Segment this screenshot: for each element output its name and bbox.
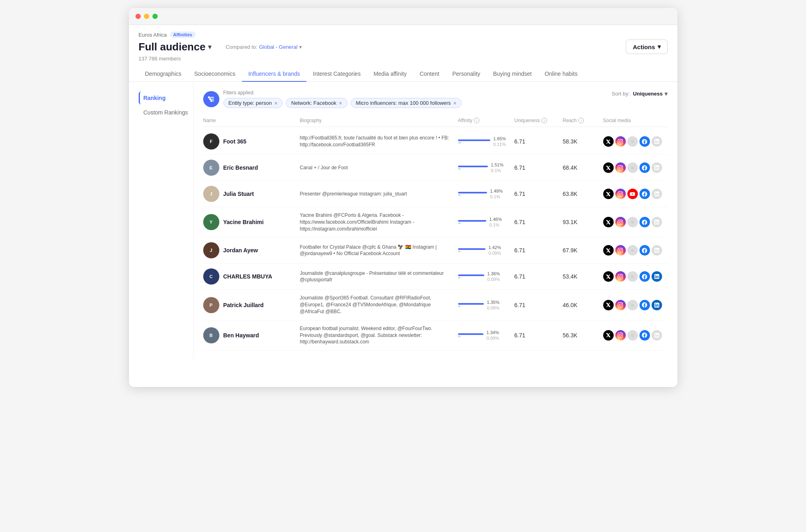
twitter-icon[interactable] [603, 162, 614, 173]
tab-socioeconomics[interactable]: Socioeconomics [188, 66, 242, 82]
other-icon[interactable]: ○ [627, 330, 638, 341]
affinity-values: 1.35%0.09% [487, 300, 500, 310]
sidebar-item-ranking[interactable]: Ranking [139, 91, 193, 104]
twitter-icon[interactable] [603, 271, 614, 282]
tab-online-habits[interactable]: Online habits [538, 66, 584, 82]
tab-personality[interactable]: Personality [446, 66, 487, 82]
instagram-icon[interactable] [615, 189, 626, 199]
facebook-icon[interactable] [639, 330, 650, 341]
fullscreen-button[interactable] [152, 14, 158, 19]
other-icon[interactable]: ○ [627, 300, 638, 310]
tab-content[interactable]: Content [413, 66, 446, 82]
cell-reach: 53.4K [563, 273, 603, 280]
avatar: F [203, 133, 219, 150]
other-icon[interactable]: ○ [627, 162, 638, 173]
facebook-icon[interactable] [639, 136, 650, 147]
other-icon[interactable]: ○ [627, 245, 638, 256]
cell-reach: 46.0K [563, 302, 603, 308]
person-name[interactable]: CHARLES MBUYA [223, 273, 273, 280]
affinity-secondary-value: 0.09% [487, 336, 499, 341]
affinity-bar-secondary [458, 277, 460, 278]
affinity-secondary-value: 0.1% [491, 168, 504, 173]
col-header-name: Name [203, 118, 300, 123]
twitter-icon[interactable] [603, 189, 614, 199]
affinity-bar-primary [458, 303, 484, 305]
sort-value[interactable]: Uniqueness [633, 91, 663, 97]
instagram-icon[interactable] [615, 330, 626, 341]
compared-chevron-icon[interactable]: ▾ [299, 44, 302, 50]
linkedin-icon[interactable] [652, 217, 662, 227]
tab-demographics[interactable]: Demographics [139, 66, 188, 82]
titlebar [129, 8, 677, 25]
affinity-secondary-value: 0.1% [490, 194, 503, 199]
person-name[interactable]: Eric Besnard [223, 164, 258, 171]
person-name[interactable]: Jordan Ayew [223, 247, 258, 254]
col-header-affinity: Affinity i [458, 118, 514, 123]
filters-label: Filters applied: [223, 90, 462, 96]
actions-button[interactable]: Actions ▾ [626, 39, 667, 54]
twitter-icon[interactable] [603, 136, 614, 147]
person-name[interactable]: Patrick Juillard [223, 302, 264, 308]
person-name[interactable]: Foot 365 [223, 138, 247, 145]
sort-chevron-icon[interactable]: ▾ [664, 90, 668, 98]
cell-affinity: 1.51%0.1% [458, 162, 514, 173]
linkedin-active-icon[interactable] [652, 271, 662, 282]
instagram-icon[interactable] [615, 271, 626, 282]
affinity-bar-secondary [458, 194, 461, 196]
person-name[interactable]: Julia Stuart [223, 191, 254, 197]
filter-icon-button[interactable] [203, 91, 219, 107]
affinity-values: 1.51%0.1% [491, 162, 504, 173]
facebook-icon[interactable] [639, 271, 650, 282]
tab-interest-categories[interactable]: Interest Categories [306, 66, 367, 82]
tab-buying-mindset[interactable]: Buying mindset [487, 66, 538, 82]
youtube-icon[interactable] [627, 189, 638, 199]
influencers-table: Name Biography Affinity i Uniqueness i R… [203, 114, 668, 351]
other-icon[interactable]: ○ [627, 217, 638, 227]
other-icon[interactable]: ○ [627, 271, 638, 282]
linkedin-icon[interactable] [652, 245, 662, 256]
linkedin-icon[interactable] [652, 189, 662, 199]
tab-media-affinity[interactable]: Media affinity [367, 66, 413, 82]
minimize-button[interactable] [144, 14, 149, 19]
filter-tag-network: Network: Facebook × [286, 98, 347, 108]
table-body: FFoot 365http://Football365.fr, toute l'… [203, 129, 668, 351]
person-name[interactable]: Ben Hayward [223, 332, 259, 339]
avatar: B [203, 327, 219, 343]
person-name[interactable]: Yacine Brahimi [223, 219, 264, 225]
tab-influencers-brands[interactable]: Influencers & brands [242, 66, 306, 82]
remove-filter-network[interactable]: × [339, 100, 342, 106]
sliders-icon [208, 96, 215, 103]
instagram-icon[interactable] [615, 162, 626, 173]
linkedin-icon[interactable] [652, 136, 662, 147]
twitter-icon[interactable] [603, 245, 614, 256]
compared-to-value[interactable]: Global - General [259, 44, 297, 50]
remove-filter-micro-influencers[interactable]: × [453, 100, 456, 106]
affinity-primary-value: 1.36% [487, 271, 500, 276]
close-button[interactable] [135, 14, 141, 19]
twitter-icon[interactable] [603, 300, 614, 310]
remove-filter-entity-type[interactable]: × [274, 100, 277, 106]
instagram-icon[interactable] [615, 217, 626, 227]
twitter-icon[interactable] [603, 217, 614, 227]
facebook-icon[interactable] [639, 300, 650, 310]
cell-reach: 93.1K [563, 219, 603, 225]
sidebar-item-custom-rankings[interactable]: Custom Rankings [139, 106, 193, 119]
affinity-info-icon[interactable]: i [474, 118, 479, 123]
facebook-icon[interactable] [639, 162, 650, 173]
title-chevron-icon[interactable]: ▾ [208, 43, 211, 51]
facebook-icon[interactable] [639, 245, 650, 256]
reach-info-icon[interactable]: i [578, 118, 584, 123]
facebook-icon[interactable] [639, 189, 650, 199]
linkedin-icon[interactable] [652, 330, 662, 341]
linkedin-active-icon[interactable] [652, 300, 662, 310]
cell-uniqueness: 6.71 [514, 191, 563, 197]
twitter-icon[interactable] [603, 330, 614, 341]
instagram-icon[interactable] [615, 136, 626, 147]
instagram-icon[interactable] [615, 300, 626, 310]
instagram-icon[interactable] [615, 245, 626, 256]
sidebar: Ranking Custom Rankings [129, 82, 194, 359]
uniqueness-info-icon[interactable]: i [541, 118, 547, 123]
other-icon[interactable]: ○ [627, 136, 638, 147]
facebook-icon[interactable] [639, 217, 650, 227]
linkedin-icon[interactable] [652, 162, 662, 173]
